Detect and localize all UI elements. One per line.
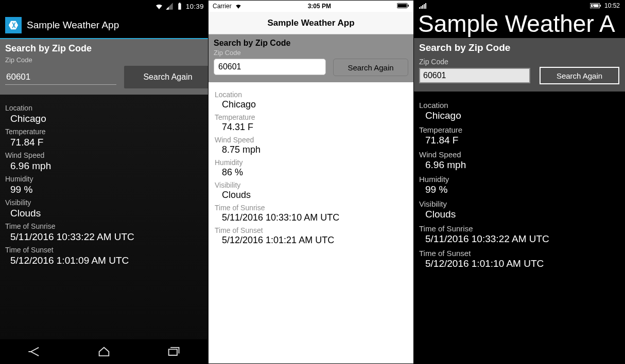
humidity-label: Humidity (215, 158, 407, 167)
wp-search-panel: Search by Zip Code Zip Code Search Again (414, 38, 625, 92)
svg-rect-1 (397, 4, 407, 7)
wind-label: Wind Speed (419, 150, 620, 159)
battery-icon (176, 2, 184, 10)
ios-results: Location Chicago Temperature 74.31 F Win… (209, 82, 413, 253)
wind-value: 6.96 mph (425, 159, 620, 171)
ios-phone: Carrier 3:05 PM Sample Weather App Searc… (208, 0, 414, 364)
status-time: 10:52 (604, 2, 620, 9)
zip-label: Zip Code (5, 56, 203, 64)
svg-rect-5 (600, 5, 601, 7)
sunrise-label: Time of Sunrise (419, 224, 620, 233)
android-navbar (0, 339, 208, 364)
zip-input[interactable] (419, 68, 530, 83)
temperature-value: 71.84 F (10, 137, 203, 148)
search-again-button[interactable]: Search Again (333, 59, 408, 76)
wifi-icon (155, 2, 163, 10)
sunset-label: Time of Sunset (215, 226, 407, 234)
sunrise-value: 5/11/2016 10:33:10 AM UTC (222, 212, 407, 223)
status-time: 3:05 PM (308, 3, 331, 10)
location-value: Chicago (425, 110, 620, 121)
humidity-label: Humidity (419, 175, 620, 184)
sunrise-value: 5/11/2016 10:33:22 AM UTC (10, 231, 203, 243)
visibility-value: Clouds (10, 208, 203, 219)
temperature-value: 74.31 F (222, 122, 407, 133)
ios-header: Sample Weather App (209, 12, 413, 34)
ios-statusbar: Carrier 3:05 PM (209, 1, 413, 12)
carrier-label: Carrier (213, 3, 232, 10)
status-time: 10:39 (186, 3, 204, 10)
zip-label: Zip Code (419, 58, 620, 66)
wp-statusbar: 10:52 (414, 0, 625, 11)
humidity-label: Humidity (5, 175, 203, 183)
app-title: Sample Weather App (27, 20, 119, 31)
visibility-value: Clouds (222, 190, 407, 201)
wifi-icon (235, 3, 242, 10)
ios-search-panel: Search by Zip Code Zip Code Search Again (209, 34, 413, 82)
location-label: Location (215, 90, 407, 99)
signal-icon (165, 2, 173, 10)
humidity-value: 99 % (10, 184, 203, 195)
battery-icon (590, 3, 601, 9)
sunset-label: Time of Sunset (5, 246, 203, 254)
android-statusbar: 10:39 (0, 0, 208, 12)
search-again-button[interactable]: Search Again (124, 66, 208, 88)
sunrise-label: Time of Sunrise (215, 204, 407, 212)
svg-rect-2 (408, 5, 409, 7)
visibility-label: Visibility (5, 198, 203, 207)
visibility-value: Clouds (425, 209, 620, 220)
back-icon[interactable] (27, 344, 42, 359)
wind-label: Wind Speed (5, 151, 203, 159)
location-label: Location (5, 104, 203, 112)
zip-input[interactable] (5, 70, 116, 85)
humidity-value: 86 % (222, 167, 407, 178)
android-results: Location Chicago Temperature 71.84 F Win… (0, 95, 208, 275)
zip-label: Zip Code (214, 49, 408, 57)
sunset-value: 5/12/2016 1:01:09 AM UTC (10, 255, 203, 266)
search-heading: Search by Zip Code (419, 42, 620, 53)
wind-value: 8.75 mph (222, 144, 407, 155)
sunset-label: Time of Sunset (419, 249, 620, 258)
sunrise-value: 5/11/2016 10:33:22 AM UTC (425, 233, 620, 245)
wp-results: Location Chicago Temperature 71.84 F Win… (414, 92, 625, 276)
xamarin-logo-icon (5, 17, 22, 33)
battery-icon (397, 3, 409, 9)
location-value: Chicago (10, 113, 203, 124)
location-label: Location (419, 101, 620, 110)
visibility-label: Visibility (215, 181, 407, 189)
recents-icon[interactable] (166, 344, 181, 359)
home-icon[interactable] (97, 344, 111, 359)
temperature-label: Temperature (5, 128, 203, 136)
humidity-value: 99 % (425, 184, 620, 195)
sunrise-label: Time of Sunrise (5, 222, 203, 230)
android-appbar: Sample Weather App (0, 12, 208, 39)
temperature-label: Temperature (419, 125, 620, 134)
android-phone: 10:39 Sample Weather App Search by Zip C… (0, 0, 208, 364)
app-title: Sample Weather A (414, 11, 625, 38)
windows-phone: 10:52 Sample Weather A Search by Zip Cod… (414, 0, 625, 364)
app-title: Sample Weather App (267, 18, 354, 28)
search-heading: Search by Zip Code (5, 43, 203, 54)
android-search-panel: Search by Zip Code Zip Code Search Again (0, 39, 208, 95)
sunset-value: 5/12/2016 1:01:21 AM UTC (222, 235, 407, 246)
search-again-button[interactable]: Search Again (540, 67, 619, 84)
wind-value: 6.96 mph (10, 160, 203, 172)
location-value: Chicago (222, 99, 407, 110)
wind-label: Wind Speed (215, 136, 407, 144)
sunset-value: 5/12/2016 1:01:10 AM UTC (425, 258, 620, 269)
svg-rect-4 (591, 4, 599, 7)
temperature-label: Temperature (215, 113, 407, 121)
temperature-value: 71.84 F (425, 135, 620, 146)
search-heading: Search by Zip Code (214, 39, 408, 48)
zip-input[interactable] (214, 59, 326, 75)
visibility-label: Visibility (419, 199, 620, 208)
signal-icon (419, 3, 426, 9)
